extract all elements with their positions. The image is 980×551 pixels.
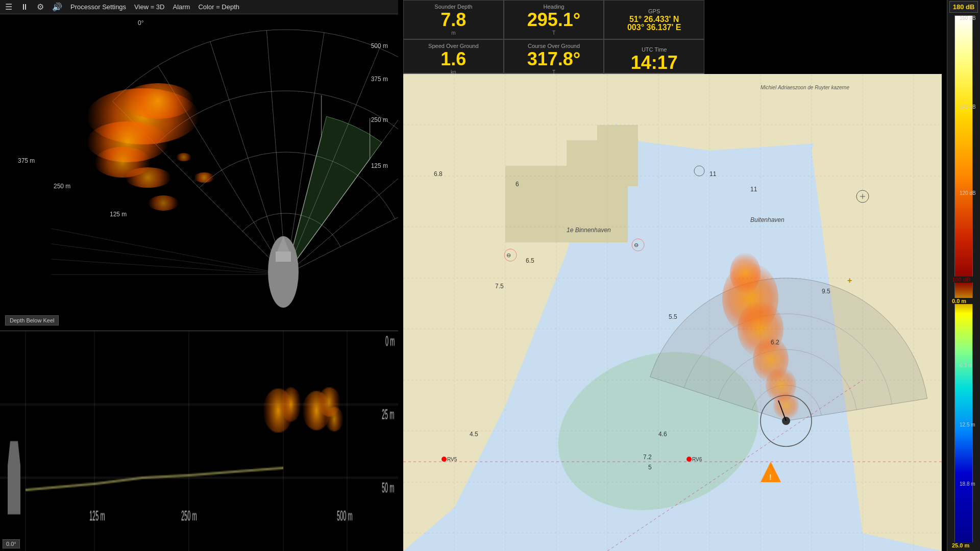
depth-keel-badge: Depth Below Keel xyxy=(5,315,59,325)
heading-value: 295.1° xyxy=(527,11,580,29)
echo-canvas xyxy=(0,331,398,551)
map-canvas xyxy=(403,74,942,551)
map-area[interactable] xyxy=(403,74,942,551)
left-dist-375: 375 m xyxy=(18,157,35,164)
echo-sounder: 0.0° xyxy=(0,331,398,551)
processor-settings-menu[interactable]: Processor Settings xyxy=(70,3,126,11)
utc-label: UTC Time xyxy=(642,46,667,53)
audio-icon[interactable]: 🔊 xyxy=(52,2,62,12)
sounder-depth-value: 7.8 xyxy=(440,11,466,29)
scale-top-label: 180 dB xyxy=(949,1,978,13)
pause-icon[interactable]: ⏸ xyxy=(20,3,29,12)
dist-label-250: 250 m xyxy=(371,116,388,123)
course-cell: Course Over Ground 317.8° T xyxy=(504,39,604,79)
speed-value: 1.6 xyxy=(440,50,466,68)
gps-cell: GPS 51° 26.433' N 003° 36.137' E xyxy=(604,0,704,39)
view-menu[interactable]: View = 3D xyxy=(134,3,164,11)
utc-value: 14:17 xyxy=(631,54,678,72)
left-dist-250: 250 m xyxy=(54,183,70,190)
color-menu[interactable]: Color = Depth xyxy=(198,3,239,11)
gps-label: GPS xyxy=(648,8,660,14)
sounder-depth-cell: Sounder Depth 7.8 m xyxy=(403,0,504,39)
speed-cell: Speed Over Ground 1.6 kn xyxy=(403,39,504,79)
sounder-depth-unit: m xyxy=(451,30,455,36)
color-scale: 180 dB 160 dB 140 dB 120 dB 100 dB 0.0 m… xyxy=(947,0,980,551)
gps-lon: 003° 36.137' E xyxy=(627,23,681,32)
sonar-canvas xyxy=(0,14,398,331)
utc-cell: UTC Time 14:17 xyxy=(604,39,704,79)
gps-lat: 51° 26.433' N xyxy=(629,15,679,23)
angle-label: 0° xyxy=(138,19,143,27)
left-dist-125: 125 m xyxy=(110,211,127,218)
topbar: ☰ ⏸ ⚙ 🔊 Processor Settings View = 3D Ala… xyxy=(0,0,398,14)
dist-label-375: 375 m xyxy=(371,76,388,83)
menu-icon[interactable]: ☰ xyxy=(5,2,12,12)
dist-label-500: 500 m xyxy=(371,42,388,49)
settings-icon[interactable]: ⚙ xyxy=(37,2,44,12)
sonar-3d-view: 0° 500 m 375 m 250 m 125 m 375 m 250 m 1… xyxy=(0,14,398,331)
heading-cell: Heading 295.1° T xyxy=(504,0,604,39)
instrument-panel: Sounder Depth 7.8 m Heading 295.1° T GPS… xyxy=(403,0,704,74)
degree-badge: 0.0° xyxy=(3,539,20,548)
heading-unit: T xyxy=(552,30,555,36)
alarm-menu[interactable]: Alarm xyxy=(173,3,190,11)
course-value: 317.8° xyxy=(527,50,580,68)
dist-label-125: 125 m xyxy=(371,162,388,169)
